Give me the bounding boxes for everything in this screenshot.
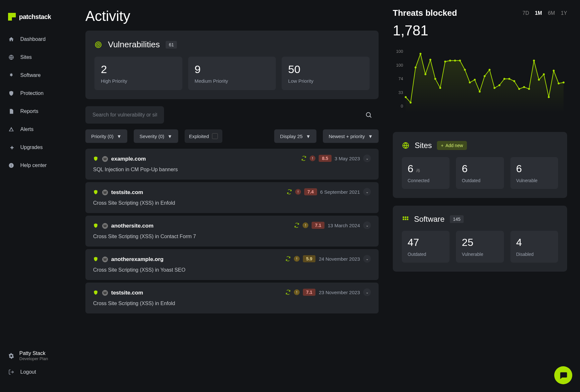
stat-card[interactable]: 4 Disabled <box>510 231 558 263</box>
content-col: Activity Vulnerabilities 61 2 High Prior… <box>85 8 379 384</box>
vuln-description: Cross Site Scripting (XSS) in Contact Fo… <box>93 234 371 239</box>
svg-text:100: 100 <box>396 63 403 68</box>
stat-card[interactable]: 6 Vulnerable <box>510 157 558 189</box>
nav-reports[interactable]: Reports <box>0 102 85 120</box>
expand-button[interactable]: ⌄ <box>363 188 371 196</box>
shield-icon <box>93 156 99 162</box>
stat-card[interactable]: 25 Vulnerable <box>456 231 504 263</box>
logo[interactable]: patchstack <box>0 6 85 30</box>
vuln-site: anotherexample.org <box>111 256 164 263</box>
sync-icon[interactable] <box>285 290 291 295</box>
priority-card[interactable]: 9 Medium Priority <box>188 57 276 90</box>
nav-dashboard[interactable]: Dashboard <box>0 30 85 48</box>
vuln-row[interactable]: W anotherexample.org ! 5.9 24 November 2… <box>85 249 379 280</box>
priority-label: Low Priority <box>288 78 363 84</box>
time-tab-1Y[interactable]: 1Y <box>561 10 567 16</box>
sync-icon[interactable] <box>294 223 299 228</box>
sites-panel: Sites +Add new 6 /6 Connected 6 Outdated… <box>393 132 567 198</box>
priority-card[interactable]: 2 High Priority <box>94 57 182 90</box>
sites-title: Sites <box>415 141 432 150</box>
stat-card[interactable]: 47 Outdated <box>402 231 450 263</box>
nav: Dashboard Sites Software Protection Repo… <box>0 30 85 340</box>
stat-card[interactable]: 6 Outdated <box>456 157 504 189</box>
filter-severity[interactable]: Severity (0)▼ <box>134 129 178 143</box>
vuln-description: Cross Site Scripting (XSS) in Yoast SEO <box>93 267 371 273</box>
logout-button[interactable]: Logout <box>8 365 77 379</box>
user-block[interactable]: Patty Stack Developer Plan <box>8 347 77 365</box>
expand-button[interactable]: ⌄ <box>363 288 371 296</box>
vuln-date: 24 November 2023 <box>319 256 360 262</box>
search-icon[interactable] <box>365 111 372 118</box>
priority-count: 2 <box>101 63 176 76</box>
svg-rect-50 <box>405 219 406 220</box>
vuln-panel: Vulnerabilities 61 2 High Priority 9 Med… <box>85 31 379 99</box>
chat-fab[interactable] <box>554 366 572 384</box>
puzzle-icon <box>8 72 15 79</box>
sync-icon[interactable] <box>301 156 306 161</box>
vuln-date: 6 September 2021 <box>320 189 360 195</box>
sync-icon[interactable] <box>285 256 291 261</box>
grid-icon <box>402 216 409 223</box>
severity-icon: ! <box>294 289 300 295</box>
vuln-site: testsite.com <box>111 290 143 296</box>
stat-value: 6 /6 <box>408 163 444 175</box>
time-tab-6M[interactable]: 6M <box>548 10 555 16</box>
svg-rect-46 <box>403 217 404 218</box>
svg-text:74: 74 <box>399 76 403 81</box>
vuln-site: example.com <box>111 156 146 162</box>
expand-button[interactable]: ⌄ <box>363 154 371 162</box>
nav-sites[interactable]: Sites <box>0 48 85 66</box>
nav-label: Dashboard <box>20 36 45 42</box>
svg-rect-49 <box>403 219 404 220</box>
priority-card[interactable]: 50 Low Priority <box>282 57 370 90</box>
svg-text:33: 33 <box>399 90 403 95</box>
time-tab-1M[interactable]: 1M <box>535 10 542 16</box>
nav-software[interactable]: Software <box>0 66 85 84</box>
wordpress-icon: W <box>102 290 108 296</box>
priority-label: Medium Priority <box>195 78 270 84</box>
priority-count: 50 <box>288 63 363 76</box>
globe-icon <box>8 54 15 61</box>
vuln-row[interactable]: W anothersite.com ! 7.1 13 March 2024 ⌄ … <box>85 216 379 247</box>
filter-priority[interactable]: Priority (0)▼ <box>85 129 127 143</box>
user-name: Patty Stack <box>19 350 48 356</box>
checkbox[interactable] <box>212 133 218 139</box>
nav-label: Sites <box>20 54 32 60</box>
vuln-row[interactable]: W testsite.com ! 7.4 6 September 2021 ⌄ … <box>85 182 379 213</box>
vuln-score: 8.5 <box>319 155 331 162</box>
user-plan: Developer Plan <box>19 356 48 361</box>
expand-button[interactable]: ⌄ <box>363 221 371 229</box>
filter-sort[interactable]: Newest + priority▼ <box>323 129 379 143</box>
svg-rect-48 <box>407 217 409 218</box>
nav-alerts[interactable]: Alerts <box>0 120 85 138</box>
search-input[interactable] <box>85 106 164 124</box>
threats-chart: 10010074330 <box>393 48 567 113</box>
nav-upgrades[interactable]: Upgrades <box>0 138 85 156</box>
stat-card[interactable]: 6 /6 Connected <box>402 157 450 189</box>
sync-icon[interactable] <box>287 189 292 194</box>
info-icon: i <box>8 162 15 169</box>
nav-label: Alerts <box>20 126 34 132</box>
target-icon <box>94 41 102 49</box>
filter-exploited[interactable]: Exploited <box>185 129 223 143</box>
nav-protection[interactable]: Protection <box>0 84 85 102</box>
stat-value: 4 <box>516 237 552 248</box>
time-tab-7D[interactable]: 7D <box>523 10 529 16</box>
stat-label: Vulnerable <box>462 252 498 257</box>
side-col: Threats blocked 7D1M6M1Y 1,781 100100743… <box>393 8 567 384</box>
vuln-date: 3 May 2023 <box>335 156 360 161</box>
nav-label: Reports <box>20 108 38 114</box>
chevron-down-icon: ▼ <box>306 134 311 139</box>
severity-icon: ! <box>303 222 308 228</box>
stat-label: Outdated <box>462 178 498 183</box>
vuln-description: SQL Injection in CM Pop-Up banners <box>93 167 371 173</box>
expand-button[interactable]: ⌄ <box>363 255 371 263</box>
vuln-row[interactable]: W example.com ! 8.5 3 May 2023 ⌄ SQL Inj… <box>85 149 379 180</box>
vuln-row[interactable]: W testsite.com ! 7.1 23 November 2023 ⌄ … <box>85 283 379 313</box>
add-site-button[interactable]: +Add new <box>437 141 467 150</box>
filter-display[interactable]: Display 25▼ <box>274 129 316 143</box>
chat-icon <box>559 371 568 380</box>
nav-help[interactable]: i Help center <box>0 156 85 174</box>
vuln-score: 7.1 <box>312 222 324 229</box>
vuln-description: Cross Site Scripting (XSS) in Enfold <box>93 301 371 306</box>
